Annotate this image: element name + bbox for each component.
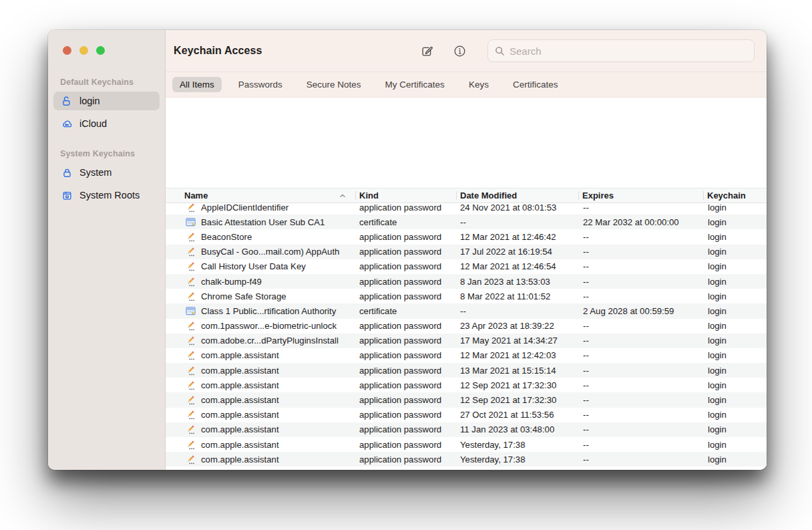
item-keychain: login <box>703 306 767 316</box>
password-icon <box>186 261 196 271</box>
sidebar-item-system-roots[interactable]: System Roots <box>53 186 160 205</box>
table-row[interactable]: Call History User Data Key application p… <box>166 259 767 274</box>
column-header-keychain[interactable]: Keychain <box>703 188 767 203</box>
sidebar-item-system[interactable]: System <box>53 163 160 182</box>
search-field[interactable] <box>487 39 755 62</box>
item-kind: application password <box>355 203 456 213</box>
table-row[interactable]: Basic Attestation User Sub CA1 certifica… <box>166 215 767 229</box>
item-name: chalk-bump-f49 <box>201 277 262 287</box>
password-icon <box>186 321 196 331</box>
item-name: com.apple.assistant <box>201 410 279 420</box>
item-expires: -- <box>578 410 703 420</box>
table-row[interactable]: com.apple.assistant application password… <box>166 452 767 467</box>
tab-secure-notes[interactable]: Secure Notes <box>299 77 369 92</box>
item-kind: certificate <box>355 217 456 227</box>
item-kind: application password <box>355 424 456 434</box>
desktop-background: Default Keychains login iCloud System Ke… <box>0 0 812 530</box>
item-keychain: login <box>703 424 767 434</box>
table-row[interactable]: Chrome Safe Storage application password… <box>166 289 767 303</box>
password-icon <box>186 395 196 405</box>
item-keychain: login <box>703 321 767 331</box>
certificate-icon <box>186 306 196 316</box>
column-header-date-modified[interactable]: Date Modified <box>456 188 578 203</box>
item-date-modified: 12 Mar 2021 at 12:46:42 <box>456 232 578 242</box>
table-row[interactable]: com.1passwor...e-biometric-unlock applic… <box>166 319 767 334</box>
password-icon <box>186 291 196 301</box>
table-row[interactable]: com.apple.assistant application password… <box>166 363 767 378</box>
table-empty-space <box>166 98 767 188</box>
table-rows: AppleIDClientIdentifier application pass… <box>166 203 767 470</box>
table-row[interactable]: com.apple.assistant application password… <box>166 378 767 392</box>
search-input[interactable] <box>510 45 747 57</box>
item-date-modified: 11 Jan 2023 at 03:48:00 <box>456 424 578 434</box>
sort-ascending-icon <box>339 192 346 199</box>
item-keychain: login <box>703 203 767 213</box>
tab-passwords[interactable]: Passwords <box>231 77 290 92</box>
item-name: com.apple.assistant <box>201 350 279 360</box>
table-row[interactable]: BusyCal - Goo...mail.com) AppAuth applic… <box>166 245 767 259</box>
zoom-button[interactable] <box>96 46 105 55</box>
item-kind: application password <box>355 454 456 465</box>
password-icon <box>186 350 196 360</box>
column-header-kind[interactable]: Kind <box>355 188 456 203</box>
sidebar-section-header: Default Keychains <box>53 78 160 92</box>
table-row[interactable]: BeaconStore application password 12 Mar … <box>166 229 767 244</box>
table-row[interactable]: com.apple.assistant application password… <box>166 408 767 422</box>
table-row[interactable]: chalk-bump-f49 application password 8 Ja… <box>166 274 767 289</box>
tab-all-items[interactable]: All Items <box>172 77 222 92</box>
table-row[interactable]: AppleIDClientIdentifier application pass… <box>166 203 767 215</box>
lock-icon <box>61 167 73 178</box>
item-kind: application password <box>355 350 456 360</box>
item-kind: application password <box>355 291 456 301</box>
item-expires: -- <box>578 454 703 465</box>
sidebar-section: System Keychains System System Roots <box>53 149 160 205</box>
item-name: com.apple.assistant <box>201 395 279 405</box>
password-icon <box>186 469 196 470</box>
password-icon <box>186 380 196 390</box>
category-tabs: All ItemsPasswordsSecure NotesMy Certifi… <box>166 72 767 98</box>
item-expires: -- <box>578 395 703 405</box>
item-expires: 22 Mar 2032 at 00:00:00 <box>578 217 703 227</box>
table-row[interactable]: com.adobe.cr...dPartyPluginsInstall appl… <box>166 334 767 348</box>
column-header-expires[interactable]: Expires <box>578 188 703 203</box>
item-date-modified: -- <box>456 306 578 316</box>
close-button[interactable] <box>63 46 71 55</box>
table-row[interactable]: com.apple.assistant application password… <box>166 437 767 452</box>
tab-certificates[interactable]: Certificates <box>505 77 566 92</box>
table-row[interactable]: Class 1 Public...rtification Authority c… <box>166 303 767 318</box>
table-row[interactable]: com.apple.assistant application password… <box>166 348 767 363</box>
sidebar-item-icloud[interactable]: iCloud <box>53 114 160 133</box>
item-expires: -- <box>578 366 703 376</box>
item-kind: certificate <box>355 306 456 316</box>
table-row[interactable]: com.apple.assistant application password… <box>166 422 767 437</box>
new-item-button[interactable] <box>419 43 435 59</box>
certificate-icon <box>186 217 196 227</box>
item-date-modified: 17 Jul 2022 at 16:19:54 <box>456 247 578 257</box>
item-name: com.apple.assistant <box>201 380 279 390</box>
item-name: com.apple.assistant <box>201 440 279 450</box>
search-icon <box>495 46 505 56</box>
minimize-button[interactable] <box>79 46 88 55</box>
tab-keys[interactable]: Keys <box>461 77 496 92</box>
table-row-partial[interactable] <box>166 467 767 470</box>
sidebar-item-login[interactable]: login <box>53 92 160 110</box>
tab-my-certificates[interactable]: My Certificates <box>378 77 452 92</box>
item-name: Chrome Safe Storage <box>201 291 286 301</box>
password-icon <box>186 454 196 465</box>
item-name: com.apple.assistant <box>201 424 279 434</box>
item-keychain: login <box>703 410 767 420</box>
column-header-name[interactable]: Name <box>166 188 355 203</box>
item-kind: application password <box>355 336 456 346</box>
password-icon <box>186 336 196 346</box>
item-keychain: login <box>703 232 767 242</box>
item-name: com.1passwor...e-biometric-unlock <box>201 321 337 331</box>
item-expires: -- <box>578 277 703 287</box>
item-date-modified: Yesterday, 17:38 <box>456 440 578 450</box>
info-button[interactable] <box>452 43 467 59</box>
item-date-modified: 17 May 2021 at 14:34:27 <box>456 336 578 346</box>
password-icon <box>186 277 196 287</box>
password-icon <box>186 203 196 213</box>
sidebar: Default Keychains login iCloud System Ke… <box>48 30 166 470</box>
password-icon <box>186 410 196 420</box>
table-row[interactable]: com.apple.assistant application password… <box>166 392 767 407</box>
